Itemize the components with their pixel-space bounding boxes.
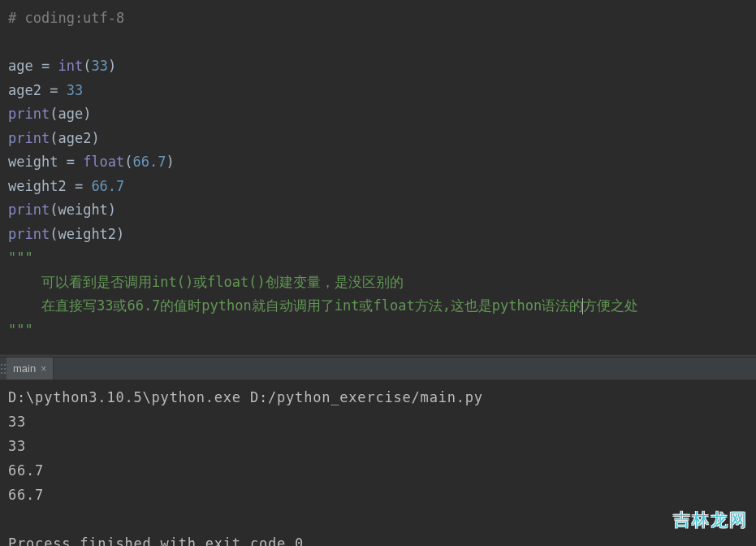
identifier: weight bbox=[8, 154, 58, 170]
identifier: age bbox=[8, 58, 33, 74]
docstring: """ bbox=[8, 249, 33, 266]
svg-point-5 bbox=[4, 372, 6, 374]
builtin-call: print bbox=[8, 106, 50, 122]
svg-point-4 bbox=[1, 372, 2, 374]
identifier: weight2 bbox=[58, 226, 116, 242]
code-line: # coding:utf-8 bbox=[8, 6, 748, 31]
number-literal: 33 bbox=[91, 58, 107, 74]
docstring: 在直接写33或66.7的值时python就自动调用了int或float方法,这也… bbox=[8, 297, 583, 314]
code-line: 在直接写33或66.7的值时python就自动调用了int或float方法,这也… bbox=[8, 294, 748, 318]
svg-point-1 bbox=[4, 364, 6, 366]
paren: ) bbox=[166, 154, 175, 170]
watermark-text: 吉林龙网 bbox=[673, 509, 748, 531]
docstring: 方便之处 bbox=[583, 297, 638, 314]
builtin-call: print bbox=[8, 202, 50, 218]
console-output-line: 66.7 bbox=[8, 458, 748, 483]
code-line: """ bbox=[8, 318, 748, 343]
svg-point-0 bbox=[1, 364, 2, 366]
builtin-call: print bbox=[8, 226, 50, 242]
paren: ) bbox=[116, 226, 124, 242]
code-editor[interactable]: # coding:utf-8 age = int(33) age2 = 33 p… bbox=[0, 0, 756, 354]
svg-point-3 bbox=[4, 368, 6, 370]
svg-point-2 bbox=[1, 368, 2, 370]
code-line: weight2 = 66.7 bbox=[8, 175, 748, 199]
run-console[interactable]: D:\python3.10.5\python.exe D:/python_exe… bbox=[0, 380, 756, 546]
docstring: 可以看到是否调用int()或float()创建变量，是没区别的 bbox=[8, 274, 404, 290]
code-line: print(age) bbox=[8, 102, 748, 127]
console-blank-line bbox=[8, 507, 748, 531]
operator: = bbox=[58, 154, 83, 170]
number-literal: 66.7 bbox=[91, 178, 124, 194]
paren: ( bbox=[83, 58, 91, 74]
run-tab-bar: main × bbox=[0, 358, 756, 380]
code-line bbox=[8, 31, 748, 55]
docstring: """ bbox=[8, 322, 33, 338]
console-output-line: 66.7 bbox=[8, 483, 748, 507]
code-line: print(age2) bbox=[8, 127, 748, 151]
paren: ( bbox=[50, 106, 58, 122]
builtin-call: int bbox=[58, 58, 83, 74]
console-output-line: 33 bbox=[8, 410, 748, 434]
identifier: age2 bbox=[58, 130, 91, 146]
tool-window-grip-icon[interactable] bbox=[0, 358, 6, 379]
paren: ) bbox=[83, 106, 91, 122]
code-line: age2 = 33 bbox=[8, 79, 748, 103]
paren: ) bbox=[108, 58, 116, 74]
number-literal: 66.7 bbox=[133, 154, 166, 170]
identifier: weight bbox=[58, 202, 107, 218]
code-line: print(weight) bbox=[8, 198, 748, 223]
identifier: weight2 bbox=[8, 178, 67, 194]
operator: = bbox=[67, 178, 92, 194]
number-literal: 33 bbox=[67, 82, 83, 98]
code-line: """ bbox=[8, 246, 748, 271]
code-line: weight = float(66.7) bbox=[8, 150, 748, 175]
paren: ( bbox=[50, 226, 58, 242]
paren: ) bbox=[108, 202, 116, 218]
console-command: D:\python3.10.5\python.exe D:/python_exe… bbox=[8, 385, 748, 410]
paren: ( bbox=[124, 154, 132, 170]
identifier: age bbox=[58, 106, 83, 122]
operator: = bbox=[41, 82, 67, 98]
builtin-call: float bbox=[83, 154, 124, 170]
code-line: print(weight2) bbox=[8, 223, 748, 247]
paren: ) bbox=[91, 130, 99, 146]
console-exit-status: Process finished with exit code 0 bbox=[8, 531, 748, 546]
identifier: age2 bbox=[8, 82, 41, 98]
run-tab-main[interactable]: main × bbox=[6, 358, 54, 379]
close-icon[interactable]: × bbox=[41, 363, 46, 375]
run-tab-label: main bbox=[13, 362, 36, 375]
console-output-line: 33 bbox=[8, 434, 748, 458]
code-line: 可以看到是否调用int()或float()创建变量，是没区别的 bbox=[8, 271, 748, 295]
comment: # coding:utf-8 bbox=[8, 10, 124, 26]
paren: ( bbox=[50, 130, 58, 146]
operator: = bbox=[33, 58, 58, 74]
code-line: age = int(33) bbox=[8, 54, 748, 79]
paren: ( bbox=[50, 202, 58, 218]
builtin-call: print bbox=[8, 130, 50, 146]
